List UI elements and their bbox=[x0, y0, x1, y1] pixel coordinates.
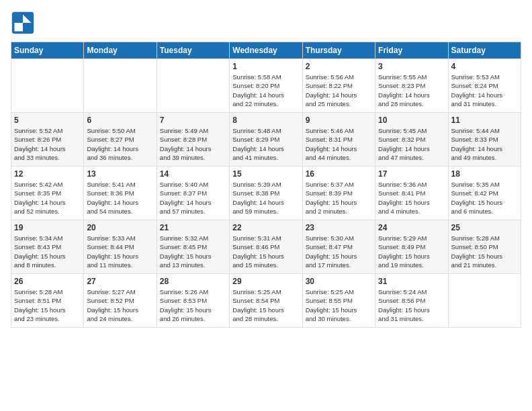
day-number: 30 bbox=[306, 277, 372, 286]
day-number: 1 bbox=[232, 62, 299, 71]
week-row-2: 12Sunrise: 5:42 AM Sunset: 8:35 PM Dayli… bbox=[11, 167, 521, 220]
day-number: 19 bbox=[14, 223, 81, 232]
day-info: Sunrise: 5:25 AM Sunset: 8:55 PM Dayligh… bbox=[306, 287, 372, 323]
logo-icon bbox=[11, 11, 35, 35]
day-number: 2 bbox=[306, 62, 372, 71]
day-number: 25 bbox=[451, 223, 518, 232]
day-number: 31 bbox=[378, 277, 445, 286]
day-info: Sunrise: 5:55 AM Sunset: 8:23 PM Dayligh… bbox=[378, 73, 445, 108]
day-cell bbox=[84, 59, 157, 113]
day-info: Sunrise: 5:52 AM Sunset: 8:26 PM Dayligh… bbox=[14, 126, 81, 162]
day-info: Sunrise: 5:26 AM Sunset: 8:53 PM Dayligh… bbox=[160, 287, 226, 323]
day-cell: 18Sunrise: 5:35 AM Sunset: 8:42 PM Dayli… bbox=[448, 167, 521, 220]
day-number: 9 bbox=[306, 116, 372, 125]
day-number: 29 bbox=[232, 277, 299, 286]
day-cell bbox=[157, 59, 229, 113]
col-header-friday: Friday bbox=[375, 42, 448, 59]
day-cell: 23Sunrise: 5:30 AM Sunset: 8:47 PM Dayli… bbox=[302, 220, 375, 274]
day-info: Sunrise: 5:46 AM Sunset: 8:31 PM Dayligh… bbox=[306, 126, 372, 162]
day-cell bbox=[448, 274, 521, 328]
day-info: Sunrise: 5:34 AM Sunset: 8:43 PM Dayligh… bbox=[14, 234, 81, 269]
day-number: 4 bbox=[451, 62, 518, 71]
day-cell: 5Sunrise: 5:52 AM Sunset: 8:26 PM Daylig… bbox=[11, 113, 84, 167]
week-row-4: 26Sunrise: 5:28 AM Sunset: 8:51 PM Dayli… bbox=[11, 274, 521, 328]
day-cell: 6Sunrise: 5:50 AM Sunset: 8:27 PM Daylig… bbox=[84, 113, 157, 167]
header-row: SundayMondayTuesdayWednesdayThursdayFrid… bbox=[11, 42, 521, 59]
day-number: 8 bbox=[232, 116, 299, 125]
day-info: Sunrise: 5:56 AM Sunset: 8:22 PM Dayligh… bbox=[306, 73, 372, 108]
day-cell: 20Sunrise: 5:33 AM Sunset: 8:44 PM Dayli… bbox=[84, 220, 157, 274]
day-number: 23 bbox=[306, 223, 372, 232]
day-info: Sunrise: 5:39 AM Sunset: 8:38 PM Dayligh… bbox=[232, 180, 299, 216]
day-number: 22 bbox=[232, 223, 299, 232]
day-cell bbox=[11, 59, 84, 113]
day-cell: 8Sunrise: 5:48 AM Sunset: 8:29 PM Daylig… bbox=[230, 113, 302, 167]
day-cell: 31Sunrise: 5:24 AM Sunset: 8:56 PM Dayli… bbox=[375, 274, 448, 328]
day-info: Sunrise: 5:32 AM Sunset: 8:45 PM Dayligh… bbox=[160, 234, 226, 269]
header bbox=[11, 11, 521, 35]
day-info: Sunrise: 5:27 AM Sunset: 8:52 PM Dayligh… bbox=[87, 287, 153, 323]
week-row-1: 5Sunrise: 5:52 AM Sunset: 8:26 PM Daylig… bbox=[11, 113, 521, 167]
day-cell: 2Sunrise: 5:56 AM Sunset: 8:22 PM Daylig… bbox=[302, 59, 375, 113]
day-info: Sunrise: 5:25 AM Sunset: 8:54 PM Dayligh… bbox=[232, 287, 299, 323]
col-header-saturday: Saturday bbox=[448, 42, 521, 59]
day-cell: 16Sunrise: 5:37 AM Sunset: 8:39 PM Dayli… bbox=[302, 167, 375, 220]
day-number: 18 bbox=[451, 169, 518, 179]
col-header-thursday: Thursday bbox=[302, 42, 375, 59]
day-number: 5 bbox=[14, 116, 81, 125]
day-cell: 27Sunrise: 5:27 AM Sunset: 8:52 PM Dayli… bbox=[84, 274, 157, 328]
day-info: Sunrise: 5:40 AM Sunset: 8:37 PM Dayligh… bbox=[160, 180, 226, 216]
day-cell: 14Sunrise: 5:40 AM Sunset: 8:37 PM Dayli… bbox=[157, 167, 229, 220]
day-info: Sunrise: 5:33 AM Sunset: 8:44 PM Dayligh… bbox=[87, 234, 153, 269]
day-cell: 19Sunrise: 5:34 AM Sunset: 8:43 PM Dayli… bbox=[11, 220, 84, 274]
day-info: Sunrise: 5:30 AM Sunset: 8:47 PM Dayligh… bbox=[306, 234, 372, 269]
day-cell: 10Sunrise: 5:45 AM Sunset: 8:32 PM Dayli… bbox=[375, 113, 448, 167]
calendar-table: SundayMondayTuesdayWednesdayThursdayFrid… bbox=[11, 42, 521, 328]
day-info: Sunrise: 5:36 AM Sunset: 8:41 PM Dayligh… bbox=[378, 180, 445, 216]
day-number: 26 bbox=[14, 277, 81, 286]
col-header-wednesday: Wednesday bbox=[230, 42, 302, 59]
col-header-tuesday: Tuesday bbox=[157, 42, 229, 59]
day-cell: 4Sunrise: 5:53 AM Sunset: 8:24 PM Daylig… bbox=[448, 59, 521, 113]
day-number: 16 bbox=[306, 169, 372, 179]
day-info: Sunrise: 5:53 AM Sunset: 8:24 PM Dayligh… bbox=[451, 73, 518, 108]
day-cell: 9Sunrise: 5:46 AM Sunset: 8:31 PM Daylig… bbox=[302, 113, 375, 167]
day-number: 20 bbox=[87, 223, 153, 232]
day-info: Sunrise: 5:45 AM Sunset: 8:32 PM Dayligh… bbox=[378, 126, 445, 162]
day-cell: 15Sunrise: 5:39 AM Sunset: 8:38 PM Dayli… bbox=[230, 167, 302, 220]
day-number: 15 bbox=[232, 169, 299, 179]
col-header-sunday: Sunday bbox=[11, 42, 84, 59]
day-info: Sunrise: 5:28 AM Sunset: 8:51 PM Dayligh… bbox=[14, 287, 81, 323]
day-info: Sunrise: 5:31 AM Sunset: 8:46 PM Dayligh… bbox=[232, 234, 299, 269]
day-info: Sunrise: 5:48 AM Sunset: 8:29 PM Dayligh… bbox=[232, 126, 299, 162]
day-info: Sunrise: 5:50 AM Sunset: 8:27 PM Dayligh… bbox=[87, 126, 153, 162]
week-row-0: 1Sunrise: 5:58 AM Sunset: 8:20 PM Daylig… bbox=[11, 59, 521, 113]
day-number: 11 bbox=[451, 116, 518, 125]
day-info: Sunrise: 5:37 AM Sunset: 8:39 PM Dayligh… bbox=[306, 180, 372, 216]
day-info: Sunrise: 5:28 AM Sunset: 8:50 PM Dayligh… bbox=[451, 234, 518, 269]
day-cell: 3Sunrise: 5:55 AM Sunset: 8:23 PM Daylig… bbox=[375, 59, 448, 113]
day-cell: 25Sunrise: 5:28 AM Sunset: 8:50 PM Dayli… bbox=[448, 220, 521, 274]
day-number: 28 bbox=[160, 277, 226, 286]
day-cell: 11Sunrise: 5:44 AM Sunset: 8:33 PM Dayli… bbox=[448, 113, 521, 167]
day-number: 10 bbox=[378, 116, 445, 125]
day-cell: 7Sunrise: 5:49 AM Sunset: 8:28 PM Daylig… bbox=[157, 113, 229, 167]
day-cell: 21Sunrise: 5:32 AM Sunset: 8:45 PM Dayli… bbox=[157, 220, 229, 274]
day-cell: 12Sunrise: 5:42 AM Sunset: 8:35 PM Dayli… bbox=[11, 167, 84, 220]
day-number: 21 bbox=[160, 223, 226, 232]
day-number: 14 bbox=[160, 169, 226, 179]
day-cell: 13Sunrise: 5:41 AM Sunset: 8:36 PM Dayli… bbox=[84, 167, 157, 220]
day-cell: 26Sunrise: 5:28 AM Sunset: 8:51 PM Dayli… bbox=[11, 274, 84, 328]
day-number: 12 bbox=[14, 169, 81, 179]
day-info: Sunrise: 5:41 AM Sunset: 8:36 PM Dayligh… bbox=[87, 180, 153, 216]
day-info: Sunrise: 5:44 AM Sunset: 8:33 PM Dayligh… bbox=[451, 126, 518, 162]
day-info: Sunrise: 5:29 AM Sunset: 8:49 PM Dayligh… bbox=[378, 234, 445, 269]
day-cell: 28Sunrise: 5:26 AM Sunset: 8:53 PM Dayli… bbox=[157, 274, 229, 328]
day-cell: 17Sunrise: 5:36 AM Sunset: 8:41 PM Dayli… bbox=[375, 167, 448, 220]
day-number: 13 bbox=[87, 169, 153, 179]
day-cell: 29Sunrise: 5:25 AM Sunset: 8:54 PM Dayli… bbox=[230, 274, 302, 328]
day-number: 3 bbox=[378, 62, 445, 71]
day-info: Sunrise: 5:35 AM Sunset: 8:42 PM Dayligh… bbox=[451, 180, 518, 216]
day-number: 24 bbox=[378, 223, 445, 232]
week-row-3: 19Sunrise: 5:34 AM Sunset: 8:43 PM Dayli… bbox=[11, 220, 521, 274]
